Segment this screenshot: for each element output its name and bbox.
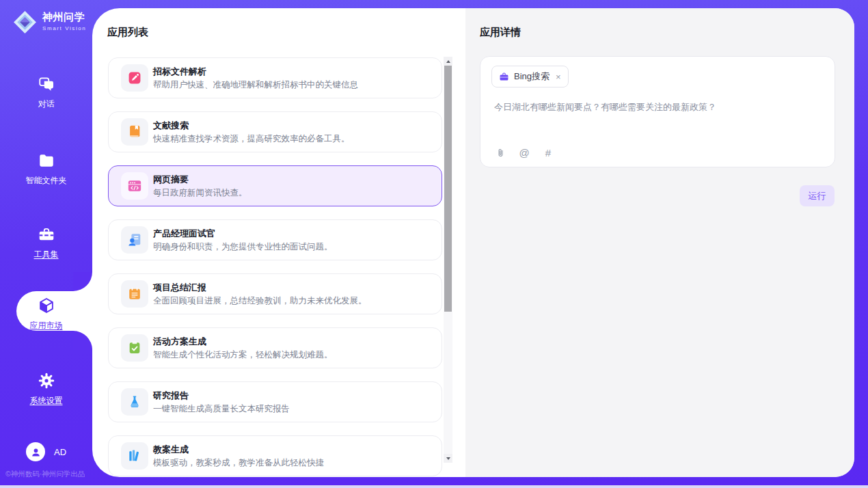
app-window: 神州问学 Smart Vision 对话智能文件夹工具集应用市场系统设置 AD … [0, 0, 868, 488]
book-icon [121, 118, 148, 146]
clipboard-check-icon [121, 334, 148, 362]
hash-icon[interactable]: # [542, 146, 554, 159]
tag-close-icon[interactable]: × [556, 72, 561, 82]
sidebar: 神州问学 Smart Vision 对话智能文件夹工具集应用市场系统设置 AD … [0, 0, 92, 488]
prompt-toolbar: @# [494, 146, 554, 159]
app-list-item[interactable]: 研究报告一键智能生成高质量长文本研究报告 [108, 381, 442, 422]
app-list-item[interactable]: 项目总结汇报全面回顾项目进展，总结经验教训，助力未来优化发展。 [108, 273, 442, 314]
paperclip-icon[interactable] [494, 146, 506, 159]
scrollbar[interactable] [444, 57, 452, 463]
cube-icon [38, 297, 55, 314]
app-list-title: 应用列表 [107, 26, 148, 39]
browser-icon [121, 172, 148, 200]
sidebar-item-chat[interactable]: 对话 [0, 75, 92, 110]
briefcase-icon [499, 72, 509, 82]
scrollbar-down-arrow-icon[interactable] [444, 454, 452, 463]
sidebar-item-smart-folder[interactable]: 智能文件夹 [0, 152, 92, 187]
question-input[interactable]: 今日湖北有哪些新闻要点？有哪些需要关注的最新政策？ [494, 100, 824, 114]
copyright-text: ©神州数码·神州问学出品 [5, 470, 85, 479]
content-panel: 应用列表 招标文件解析帮助用户快速、准确地理解和解析招标书中的关键信息文献搜索快… [92, 8, 854, 477]
research-icon [121, 388, 148, 416]
brand-subtitle: Smart Vision [42, 25, 86, 31]
app-list: 招标文件解析帮助用户快速、准确地理解和解析招标书中的关键信息文献搜索快速精准查找… [108, 57, 442, 477]
app-list-item[interactable]: 招标文件解析帮助用户快速、准确地理解和解析招标书中的关键信息 [108, 57, 442, 98]
prompt-card: Bing搜索 × 今日湖北有哪些新闻要点？有哪些需要关注的最新政策？ @# [480, 56, 835, 167]
scrollbar-thumb[interactable] [444, 66, 452, 312]
sidebar-item-app-market[interactable]: 应用市场 [0, 297, 92, 331]
app-detail-title: 应用详情 [480, 26, 521, 39]
active-tab-curve-bottom [73, 331, 92, 350]
user-account[interactable]: AD [26, 442, 66, 461]
sidebar-item-settings[interactable]: 系统设置 [0, 372, 92, 407]
sidebar-item-toolset[interactable]: 工具集 [0, 226, 92, 260]
books-icon [121, 442, 148, 470]
user-avatar-icon [26, 442, 45, 461]
tool-tag-label: Bing搜索 [514, 70, 550, 83]
tool-tag-bing-search[interactable]: Bing搜索 × [491, 66, 569, 87]
folder-icon [38, 152, 55, 170]
app-detail-panel: 应用详情 Bing搜索 × 今日湖北有哪些新闻要点？有哪些需要关注的最新政策？ … [465, 8, 854, 477]
chat-icon [38, 75, 55, 93]
bottom-accent-line [0, 485, 868, 488]
interviewer-icon [121, 226, 148, 254]
run-button[interactable]: 运行 [800, 185, 835, 206]
toolbox-icon [38, 226, 55, 243]
brand-logo: 神州问学 Smart Vision [12, 10, 86, 35]
brand-diamond-icon [12, 10, 38, 35]
app-list-item[interactable]: 活动方案生成智能生成个性化活动方案，轻松解决规划难题。 [108, 327, 442, 368]
scrollbar-up-arrow-icon[interactable] [444, 57, 452, 66]
gear-icon [38, 372, 55, 390]
edit-document-icon [121, 64, 148, 92]
brand-name: 神州问学 [42, 12, 86, 23]
app-list-item[interactable]: 网页摘要每日政府新闻资讯快查。 [108, 165, 442, 206]
at-mention-icon[interactable]: @ [518, 146, 530, 159]
app-list-item[interactable]: 产品经理面试官明确身份和职责，为您提供专业性的面试问题。 [108, 219, 442, 260]
notepad-icon [121, 280, 148, 308]
user-name: AD [54, 447, 66, 457]
app-list-item[interactable]: 文献搜索快速精准查找学术资源，提高研究效率的必备工具。 [108, 111, 442, 152]
active-tab-curve-top [73, 272, 92, 291]
app-list-item[interactable]: 教案生成模板驱动，教案秒成，教学准备从此轻松快捷 [108, 435, 442, 476]
